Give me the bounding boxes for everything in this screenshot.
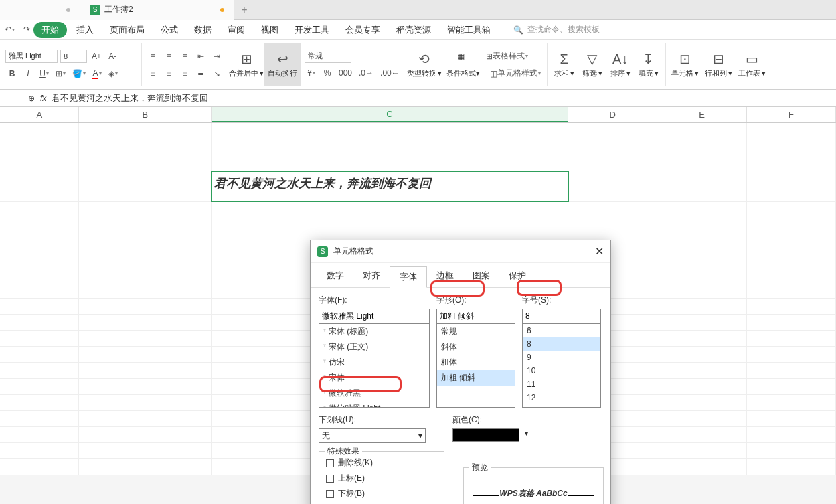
underline-button[interactable]: U▾ [37, 66, 51, 81]
command-search[interactable]: 🔍 查找命令、搜索模板 [513, 24, 600, 35]
undo-button[interactable]: ↶▾ [3, 22, 17, 37]
distribute-button[interactable]: ≣ [194, 66, 207, 81]
col-E[interactable]: E [657, 107, 746, 122]
font-color-button[interactable]: A▾ [90, 66, 104, 81]
color-label: 颜色(C): [452, 414, 519, 426]
worksheet-button[interactable]: ▭工作表▾ [737, 51, 768, 78]
size-label: 字号(S): [522, 295, 601, 306]
font-size-combo[interactable]: 8 [60, 50, 87, 63]
menu-dev[interactable]: 开发工具 [288, 21, 336, 39]
zoom-selection-icon[interactable]: ⊕ [28, 94, 35, 103]
italic-button[interactable]: I [21, 66, 35, 81]
col-C[interactable]: C [212, 107, 568, 122]
superscript-checkbox[interactable]: 上标(E) [326, 473, 437, 484]
tab-font[interactable]: 字体 [390, 266, 427, 288]
sum-button[interactable]: Σ求和▾ [552, 51, 577, 78]
tab-pattern[interactable]: 图案 [463, 266, 499, 287]
shrink-font-button[interactable]: A- [106, 49, 119, 64]
strike-checkbox[interactable]: 删除线(K) [326, 457, 437, 469]
table-format-button[interactable]: ⊞ 表格样式▾ [484, 49, 530, 64]
align-middle-button[interactable]: ≡ [162, 49, 175, 64]
effects-group: 特殊效果 删除线(K) 上标(E) 下标(B) [319, 451, 444, 504]
align-center-button[interactable]: ≡ [162, 66, 175, 81]
col-D[interactable]: D [568, 107, 657, 122]
list-item: 斜体 [437, 339, 515, 355]
indent-dec-button[interactable]: ⇤ [194, 49, 207, 64]
underline-select[interactable]: 无▾ [319, 428, 426, 443]
tab-align[interactable]: 对齐 [353, 266, 390, 287]
cell-style-button[interactable]: ◫ 单元格样式▾ [488, 66, 543, 81]
cond-format-button[interactable]: ▦ [446, 52, 476, 61]
tab-protect[interactable]: 保护 [499, 266, 535, 287]
menu-insert[interactable]: 插入 [70, 21, 100, 39]
comma-button[interactable]: 000 [337, 66, 354, 80]
menu-data[interactable]: 数据 [187, 21, 218, 39]
font-listbox[interactable]: ᵀ宋体 (标题) ᵀ宋体 (正文) ᵀ仿宋 ᵀ宋体 ᵀ微软雅黑 ᵀ微软雅黑 Li… [319, 323, 430, 408]
unsaved-dot-icon [220, 8, 224, 12]
close-icon[interactable]: ✕ [595, 245, 604, 258]
redo-button[interactable]: ↷ [20, 22, 33, 37]
tab-number[interactable]: 数字 [317, 266, 353, 287]
preview-box: 预览 WPS表格 AaBbCc [463, 467, 604, 504]
menu-formulas[interactable]: 公式 [154, 21, 185, 39]
fx-icon[interactable]: fx [40, 94, 46, 103]
filter-button[interactable]: ▽筛选▾ [580, 51, 605, 78]
doc-tab-workbook2[interactable]: S 工作簿2 [80, 0, 234, 20]
fill-button[interactable]: ↧填充▾ [636, 51, 661, 78]
fill-color-button[interactable]: 🪣▾ [70, 66, 88, 81]
align-left-button[interactable]: ≡ [146, 66, 159, 81]
currency-button[interactable]: ¥▾ [305, 66, 318, 80]
col-B[interactable]: B [79, 107, 211, 122]
table-row [0, 123, 836, 139]
size-listbox[interactable]: 6 8 9 10 11 12 [522, 323, 601, 408]
align-top-button[interactable]: ≡ [146, 49, 159, 64]
font-style-input[interactable] [436, 309, 515, 323]
font-size-input[interactable] [522, 309, 601, 323]
indent-inc-button[interactable]: ⇥ [210, 49, 224, 64]
merge-icon: ⊞ [241, 51, 252, 67]
rowcol-icon: ⊟ [713, 51, 724, 67]
col-F[interactable]: F [747, 107, 836, 122]
align-right-button[interactable]: ≡ [178, 66, 191, 81]
percent-button[interactable]: % [321, 66, 334, 80]
menu-home[interactable]: 开始 [33, 22, 67, 38]
col-A[interactable]: A [0, 107, 79, 122]
rowcol-button[interactable]: ⊟行和列▾ [703, 51, 734, 78]
list-item: 9 [523, 351, 600, 364]
merge-center-button[interactable]: ⊞ 合并居中▾ [228, 43, 264, 86]
dec-decimal-button[interactable]: .00← [378, 66, 402, 80]
bold-button[interactable]: B [5, 66, 19, 81]
orientation-button[interactable]: ↘ [210, 66, 224, 81]
menu-docer[interactable]: 稻壳资源 [390, 21, 438, 39]
align-bottom-button[interactable]: ≡ [178, 49, 191, 64]
sort-button[interactable]: A↓排序▾ [608, 51, 633, 78]
cells-group: ⊡单元格▾ ⊟行和列▾ ▭工作表▾ [666, 43, 772, 86]
menu-smart[interactable]: 智能工具箱 [440, 21, 497, 39]
menu-review[interactable]: 审阅 [221, 21, 252, 39]
selected-cell[interactable]: 君不见黄河之水天上来，奔流到海不复回 [212, 171, 568, 201]
dialog-titlebar[interactable]: S 单元格格式 ✕ [311, 240, 610, 263]
menu-member[interactable]: 会员专享 [339, 21, 387, 39]
font-group: 雅黑 Light 8 A+ A- B I U▾ ⊞▾ 🪣▾ A▾ ◈▾ [1, 43, 142, 86]
add-tab-button[interactable]: + [234, 4, 254, 16]
wrap-text-button[interactable]: ↩ 自动换行 [264, 43, 301, 86]
phonetic-button[interactable]: ◈▾ [106, 66, 120, 81]
list-item: 粗体 [437, 355, 515, 370]
menu-page-layout[interactable]: 页面布局 [103, 21, 151, 39]
grow-font-button[interactable]: A+ [90, 49, 103, 64]
subscript-checkbox[interactable]: 下标(B) [326, 488, 437, 499]
style-listbox[interactable]: 常规 斜体 粗体 加粗 倾斜 [436, 323, 515, 408]
font-color-select[interactable] [452, 428, 519, 442]
font-name-input[interactable] [319, 309, 430, 323]
cells-button[interactable]: ⊡单元格▾ [670, 51, 701, 78]
sigma-icon: Σ [560, 52, 568, 67]
menu-view[interactable]: 视图 [254, 21, 285, 39]
type-convert-button[interactable]: ⟲ 类型转换▾ [406, 43, 442, 86]
border-button[interactable]: ⊞▾ [54, 66, 68, 81]
formula-input[interactable]: 君不见黄河之水天上来，奔流到海不复回 [52, 92, 833, 104]
number-format-combo[interactable]: 常规 [305, 50, 351, 63]
font-name-combo[interactable]: 雅黑 Light [5, 50, 58, 63]
tab-border[interactable]: 边框 [427, 266, 463, 287]
inc-decimal-button[interactable]: .0→ [357, 66, 375, 80]
doc-tab-blank[interactable] [0, 0, 80, 20]
